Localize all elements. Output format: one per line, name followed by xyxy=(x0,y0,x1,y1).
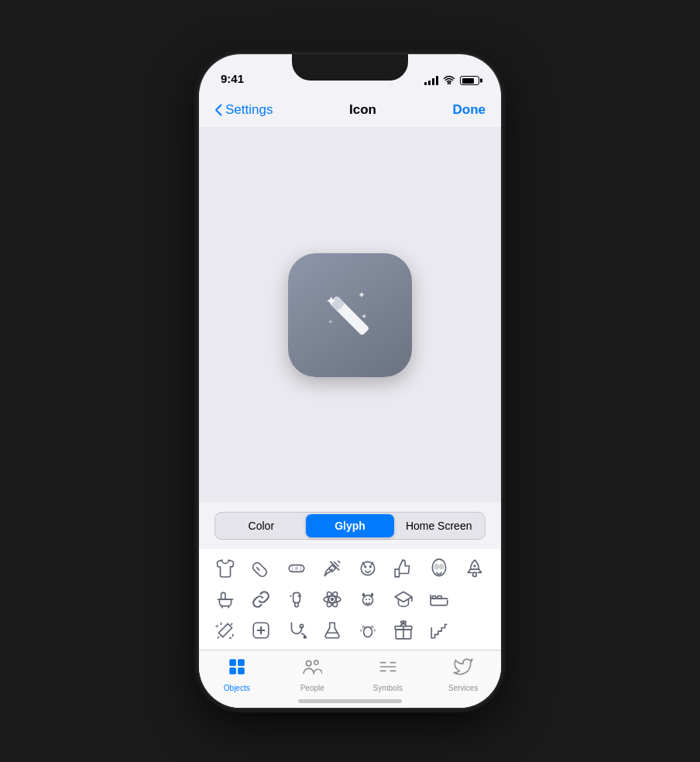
atom-icon[interactable] xyxy=(318,589,346,609)
app-icon: ✦ ✦ ✦ + xyxy=(288,253,412,377)
services-tab-label: Services xyxy=(448,684,478,692)
svg-point-42 xyxy=(307,661,312,666)
flask-icon[interactable] xyxy=(318,620,346,640)
segment-control: Color Glyph Home Screen xyxy=(214,512,486,540)
syringe-icon[interactable] xyxy=(318,558,346,578)
bandage-icon[interactable] xyxy=(283,558,311,578)
icon-preview: ✦ ✦ ✦ + xyxy=(199,127,501,503)
svg-point-43 xyxy=(314,661,318,664)
tab-objects[interactable]: Objects xyxy=(214,657,260,692)
svg-text:✦: ✦ xyxy=(361,312,367,321)
home-indicator xyxy=(298,699,402,703)
rocket-icon[interactable] xyxy=(461,558,489,578)
svg-rect-41 xyxy=(238,668,245,674)
stethoscope-icon[interactable] xyxy=(283,620,311,640)
svg-point-32 xyxy=(362,626,365,629)
notch xyxy=(292,54,408,81)
svg-rect-17 xyxy=(293,592,300,602)
shirt-icon[interactable] xyxy=(211,558,239,578)
people-tab-icon xyxy=(302,657,322,681)
alien-icon[interactable] xyxy=(425,558,453,578)
stairs-icon[interactable] xyxy=(425,620,453,640)
thumbsup-icon[interactable] xyxy=(389,558,417,578)
signal-bars-icon xyxy=(424,76,438,85)
svg-point-24 xyxy=(365,599,367,600)
svg-rect-26 xyxy=(438,596,441,599)
gift-icon[interactable] xyxy=(389,620,417,640)
page-title: Icon xyxy=(349,102,376,118)
services-tab-icon xyxy=(453,657,473,681)
bed-icon[interactable] xyxy=(425,589,453,609)
svg-point-19 xyxy=(331,598,334,601)
svg-text:✦: ✦ xyxy=(325,293,337,309)
svg-point-31 xyxy=(364,627,372,637)
content-area: ✦ ✦ ✦ + Color Glyph Home Screen xyxy=(199,127,501,708)
back-label: Settings xyxy=(225,102,273,118)
svg-point-30 xyxy=(304,636,307,639)
magic-wand-icon[interactable] xyxy=(211,620,239,640)
phone-frame: 9:41 Set xyxy=(199,54,501,708)
svg-point-33 xyxy=(370,626,373,629)
icons-grid xyxy=(211,558,489,640)
symbols-tab-icon xyxy=(378,657,398,681)
dog-icon[interactable] xyxy=(354,589,382,609)
bathtub-icon[interactable] xyxy=(211,589,239,609)
medical-plus-icon[interactable] xyxy=(247,620,275,640)
status-icons xyxy=(424,74,479,87)
svg-point-14 xyxy=(434,565,438,570)
svg-text:+: + xyxy=(328,318,333,326)
wifi-icon xyxy=(443,74,455,87)
svg-point-18 xyxy=(290,596,291,597)
nav-bar: Settings Icon Done xyxy=(199,93,501,127)
segment-control-container: Color Glyph Home Screen xyxy=(199,503,501,549)
tab-symbols[interactable]: Symbols xyxy=(365,657,411,692)
symbols-tab-label: Symbols xyxy=(373,684,403,692)
status-time: 9:41 xyxy=(221,72,244,87)
paw-icon[interactable] xyxy=(354,620,382,640)
tab-home-screen[interactable]: Home Screen xyxy=(394,514,483,537)
empty-slot-1 xyxy=(461,589,489,609)
svg-text:✦: ✦ xyxy=(358,290,365,300)
svg-point-15 xyxy=(440,565,444,570)
people-tab-label: People xyxy=(300,684,324,692)
svg-rect-39 xyxy=(238,659,245,666)
svg-point-12 xyxy=(369,565,372,568)
tab-people[interactable]: People xyxy=(289,657,335,692)
graduationcap-icon[interactable] xyxy=(389,589,417,609)
tab-services[interactable]: Services xyxy=(440,657,486,692)
pet-face-icon[interactable] xyxy=(354,558,382,578)
svg-rect-38 xyxy=(229,659,236,666)
objects-tab-label: Objects xyxy=(224,684,250,692)
pill-icon[interactable] xyxy=(247,558,275,578)
svg-point-34 xyxy=(360,629,362,631)
svg-point-7 xyxy=(295,567,298,570)
battery-icon xyxy=(460,76,479,85)
icons-grid-container xyxy=(199,549,501,650)
link-icon[interactable] xyxy=(247,589,275,609)
empty-slot-2 xyxy=(461,620,489,640)
svg-point-29 xyxy=(300,624,303,627)
svg-rect-40 xyxy=(229,668,236,674)
back-button[interactable]: Settings xyxy=(214,102,273,118)
objects-tab-icon xyxy=(227,657,247,681)
svg-point-11 xyxy=(364,565,366,568)
svg-point-16 xyxy=(473,565,475,567)
tab-color[interactable]: Color xyxy=(217,514,306,537)
svg-point-35 xyxy=(373,629,376,631)
inhaler-icon[interactable] xyxy=(283,589,311,609)
done-button[interactable]: Done xyxy=(452,102,486,118)
svg-point-25 xyxy=(369,599,370,600)
svg-rect-27 xyxy=(432,596,435,599)
tab-glyph[interactable]: Glyph xyxy=(306,514,395,537)
